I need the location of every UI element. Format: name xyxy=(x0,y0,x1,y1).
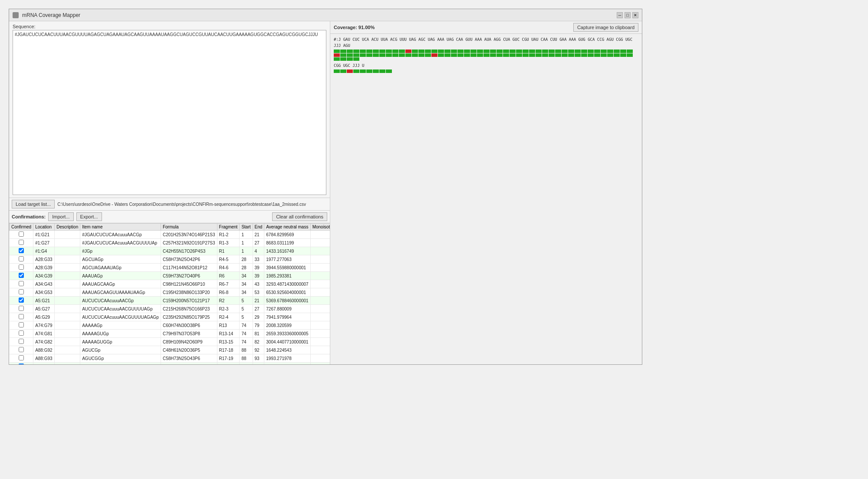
load-target-button[interactable]: Load target list... xyxy=(12,200,55,208)
confirmed-checkbox[interactable] xyxy=(19,273,24,278)
confirmed-checkbox[interactable] xyxy=(19,281,24,286)
coverage-block xyxy=(373,50,379,53)
restore-button[interactable]: □ xyxy=(625,12,631,18)
table-cell xyxy=(55,305,80,313)
confirmed-cell[interactable] xyxy=(10,321,33,330)
confirmed-cell[interactable] xyxy=(10,363,33,365)
confirmed-cell[interactable] xyxy=(10,338,33,346)
table-cell: 82 xyxy=(253,338,264,346)
table-cell: A74:G82 xyxy=(33,338,55,346)
confirmed-checkbox[interactable] xyxy=(19,264,24,270)
table-cell: R6-7 xyxy=(217,280,240,288)
confirmed-checkbox[interactable] xyxy=(19,256,24,261)
coverage-block xyxy=(496,53,503,57)
confirmed-cell[interactable] xyxy=(10,280,33,288)
confirmed-checkbox[interactable] xyxy=(19,347,24,352)
table-cell: 1 xyxy=(240,247,253,255)
table-cell: 92 xyxy=(253,346,264,354)
coverage-block xyxy=(627,50,633,53)
table-cell: R5 xyxy=(217,363,240,365)
coverage-block xyxy=(575,53,581,57)
confirmed-checkbox[interactable] xyxy=(19,289,24,294)
coverage-block xyxy=(425,50,431,53)
table-cell: 74 xyxy=(240,321,253,330)
confirmed-checkbox[interactable] xyxy=(19,297,24,303)
confirmed-checkbox[interactable] xyxy=(19,248,24,253)
coverage-block xyxy=(353,50,359,53)
coverage-block xyxy=(334,50,340,53)
confirmed-cell[interactable] xyxy=(10,313,33,321)
confirmed-cell[interactable] xyxy=(10,264,33,272)
table-cell: AUCUCUCAAcuuuAACGp xyxy=(80,297,161,305)
table-cell: AAAUAGCAAGp xyxy=(80,280,161,288)
confirmed-cell[interactable] xyxy=(10,247,33,255)
coverage-percent: 91.00% xyxy=(358,25,375,30)
confirmed-cell[interactable] xyxy=(10,346,33,354)
table-cell: 5 xyxy=(240,313,253,321)
table-cell: 88 xyxy=(240,346,253,354)
table-row: A74:G82AAAAAGUGGpC89H109N42O60P9R13-1574… xyxy=(10,338,330,346)
table-cell: C38H49N15O29P4 xyxy=(161,363,217,365)
table-cell: 34 xyxy=(240,280,253,288)
confirmed-cell[interactable] xyxy=(10,231,33,239)
coverage-block xyxy=(386,53,392,57)
table-cell: 1303.177108 xyxy=(264,363,310,365)
confirmed-cell[interactable] xyxy=(10,255,33,264)
coverage-label-text: Coverage: xyxy=(334,25,357,30)
confirmed-checkbox[interactable] xyxy=(19,355,24,360)
table-cell: 1433.1616749 xyxy=(264,247,310,255)
table-cell: 7941.979964 xyxy=(264,313,310,321)
confirmed-checkbox[interactable] xyxy=(19,231,24,237)
coverage-block xyxy=(392,53,398,57)
confirmed-checkbox[interactable] xyxy=(19,306,24,311)
minimize-button[interactable]: ─ xyxy=(617,12,623,18)
confirmed-checkbox[interactable] xyxy=(19,330,24,336)
coverage-block xyxy=(594,53,600,57)
confirmed-checkbox[interactable] xyxy=(19,240,24,245)
capture-button[interactable]: Capture image to clipboard xyxy=(573,23,638,32)
confirmed-checkbox[interactable] xyxy=(19,363,24,364)
table-cell: C79H97N37O53P8 xyxy=(161,330,217,338)
confirmations-table-container[interactable]: Confirmed Location Description Item name… xyxy=(9,223,330,364)
table-cell: AGUCGp xyxy=(80,346,161,354)
sequence-box[interactable]: #JGAUCUCUCAACUUUAACGUUUUAGAGCUAGAAAUAGCA… xyxy=(13,30,326,195)
col-start: Start xyxy=(240,224,253,231)
table-cell: C48H61N20O36P5 xyxy=(161,346,217,354)
export-button[interactable]: Export... xyxy=(76,212,102,221)
table-cell: R2 xyxy=(217,297,240,305)
confirmed-cell[interactable] xyxy=(10,297,33,305)
table-cell xyxy=(55,255,80,264)
confirmed-cell[interactable] xyxy=(10,354,33,363)
coverage-block xyxy=(386,50,392,53)
confirmed-checkbox[interactable] xyxy=(19,339,24,344)
confirmed-checkbox[interactable] xyxy=(19,314,24,319)
coverage-block xyxy=(340,50,346,53)
table-cell: C98H121N45O66P10 xyxy=(161,280,217,288)
confirmed-cell[interactable] xyxy=(10,239,33,247)
clear-all-button[interactable]: Clear all confirmations xyxy=(272,212,327,221)
confirmed-cell[interactable] xyxy=(10,305,33,313)
table-cell: C215H268N75O166P23 xyxy=(161,305,217,313)
table-cell: 74 xyxy=(240,330,253,338)
sequence-label: Sequence: xyxy=(13,24,326,29)
table-cell: A34:G53 xyxy=(33,288,55,297)
table-cell: 3293.4871430000007 xyxy=(264,280,310,288)
confirmed-cell[interactable] xyxy=(10,272,33,280)
table-cell xyxy=(310,321,330,330)
confirmed-cell[interactable] xyxy=(10,288,33,297)
confirmed-checkbox[interactable] xyxy=(19,322,24,327)
coverage-block xyxy=(418,50,424,53)
window-title: mRNA Coverage Mapper xyxy=(22,12,80,18)
table-row: A28:G39AGCUAGAAAUAGpC117H144N52O81P12R4-… xyxy=(10,264,330,272)
coverage-block xyxy=(431,53,437,57)
coverage-block xyxy=(477,50,483,53)
table-cell: 2008.320599 xyxy=(264,321,310,330)
coverage-sequence-row-1: #:J GAU CUC UCA ACU UUA ACG UUU UAG AGC … xyxy=(334,36,638,49)
coverage-block xyxy=(620,50,626,53)
import-button[interactable]: Import... xyxy=(48,212,73,221)
table-cell: #JGp xyxy=(80,247,161,255)
coverage-block xyxy=(601,53,607,57)
close-button[interactable]: ✕ xyxy=(632,12,638,18)
confirmed-cell[interactable] xyxy=(10,330,33,338)
table-cell: A5:G27 xyxy=(33,305,55,313)
